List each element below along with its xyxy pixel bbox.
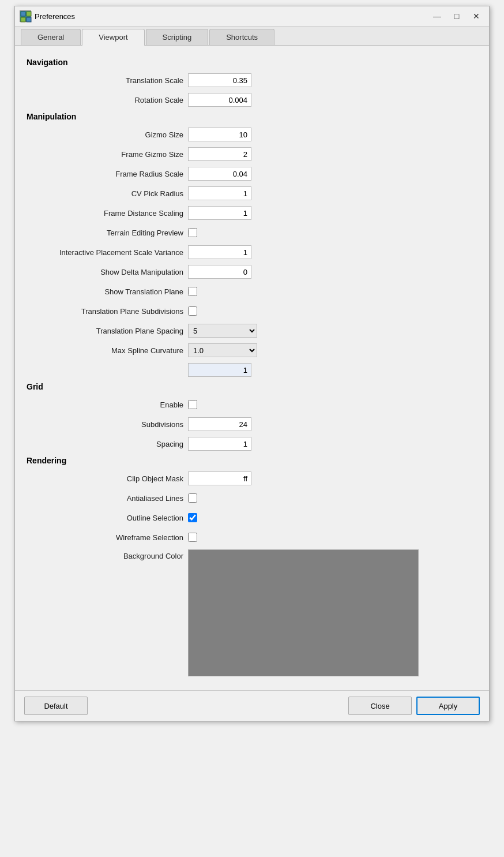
interactive-placement-scale-row: Show Delta Manipulation <box>27 264 477 279</box>
grid-spacing-input[interactable] <box>188 437 251 451</box>
painting-brush-step-label: Interactive Placement Scale Variance <box>27 248 188 257</box>
cv-pick-radius-row: CV Pick Radius <box>27 186 477 201</box>
grid-spacing-row: Spacing <box>27 436 477 451</box>
antialiased-lines-row: Antialiased Lines <box>27 491 477 506</box>
gizmo-size-input[interactable] <box>188 128 251 141</box>
translation-scale-row: Translation Scale <box>27 73 477 88</box>
window-title: Preferences <box>35 12 426 21</box>
gizmo-size-row: Gizmo Size <box>27 127 477 142</box>
manipulation-section: Manipulation Gizmo Size Frame Gizmo Size… <box>27 112 477 377</box>
clip-object-mask-label: Clip Object Mask <box>27 474 188 483</box>
frame-distance-scaling-label: Frame Distance Scaling <box>27 209 188 218</box>
terrain-editing-preview-checkbox[interactable] <box>188 228 197 237</box>
rendering-title: Rendering <box>27 456 477 465</box>
show-translation-plane-label: Translation Plane Subdivisions <box>27 307 188 316</box>
painting-brush-step-input[interactable] <box>188 245 251 259</box>
frame-gizmo-size-row: Frame Gizmo Size <box>27 147 477 162</box>
wireframe-selection-row: Wireframe Selection <box>27 530 477 545</box>
preferences-window: Preferences — □ ✕ General Viewport Scrip… <box>14 6 490 721</box>
frame-radius-scale-label: Frame Radius Scale <box>27 170 188 178</box>
grid-title: Grid <box>27 382 477 391</box>
clip-object-mask-row: Clip Object Mask <box>27 471 477 486</box>
translation-plane-subdivisions-row: Translation Plane Spacing 5 1 2 3 4 6 8 … <box>27 323 477 338</box>
content-area: Navigation Translation Scale Rotation Sc… <box>15 46 489 690</box>
default-button[interactable]: Default <box>24 697 88 715</box>
outline-selection-checkbox[interactable] <box>188 513 197 522</box>
translation-plane-spacing-label: Max Spline Curvature <box>27 346 188 355</box>
wireframe-selection-label: Wireframe Selection <box>27 533 188 542</box>
background-color-row: Background Color <box>27 549 477 676</box>
show-translation-plane-checkbox[interactable] <box>188 306 197 316</box>
svg-rect-0 <box>21 12 25 16</box>
translation-plane-subdivisions-label: Translation Plane Spacing <box>27 327 188 335</box>
grid-subdivisions-input[interactable] <box>188 417 251 431</box>
grid-section: Grid Enable Subdivisions Spacing <box>27 382 477 451</box>
background-color-swatch[interactable] <box>188 549 419 676</box>
max-spline-curvature-row <box>27 362 477 377</box>
frame-radius-scale-input[interactable] <box>188 167 251 181</box>
minimize-button[interactable]: — <box>429 10 445 23</box>
grid-subdivisions-row: Subdivisions <box>27 417 477 432</box>
rotation-scale-input[interactable] <box>188 93 251 107</box>
wireframe-selection-checkbox[interactable] <box>188 533 197 542</box>
tab-shortcuts[interactable]: Shortcuts <box>209 29 274 45</box>
show-delta-manipulation-row: Show Translation Plane <box>27 284 477 299</box>
svg-rect-3 <box>27 17 31 22</box>
frame-gizmo-size-label: Frame Gizmo Size <box>27 150 188 159</box>
translation-scale-label: Translation Scale <box>27 76 188 85</box>
grid-enable-checkbox[interactable] <box>188 400 197 409</box>
svg-rect-2 <box>21 17 25 22</box>
tab-general[interactable]: General <box>21 29 81 45</box>
tabs-bar: General Viewport Scripting Shortcuts <box>15 27 489 46</box>
outline-selection-row: Outline Selection <box>27 510 477 525</box>
rotation-scale-label: Rotation Scale <box>27 96 188 104</box>
painting-brush-step-row: Interactive Placement Scale Variance <box>27 245 477 260</box>
maximize-button[interactable]: □ <box>449 10 465 23</box>
translation-scale-input[interactable] <box>188 73 251 87</box>
terrain-editing-preview-label: Terrain Editing Preview <box>27 229 188 237</box>
gizmo-size-label: Gizmo Size <box>27 130 188 139</box>
grid-enable-row: Enable <box>27 397 477 412</box>
cv-pick-radius-label: CV Pick Radius <box>27 189 188 198</box>
close-button[interactable]: ✕ <box>468 10 484 23</box>
antialiased-lines-checkbox[interactable] <box>188 493 197 503</box>
manipulation-title: Manipulation <box>27 112 477 121</box>
background-color-label: Background Color <box>27 549 188 560</box>
frame-radius-scale-row: Frame Radius Scale <box>27 166 477 181</box>
tab-scripting[interactable]: Scripting <box>146 29 209 45</box>
max-spline-curvature-input[interactable] <box>188 363 251 377</box>
navigation-section: Navigation Translation Scale Rotation Sc… <box>27 58 477 107</box>
apply-button[interactable]: Apply <box>416 697 480 715</box>
cv-pick-radius-input[interactable] <box>188 186 251 200</box>
terrain-editing-preview-row: Terrain Editing Preview <box>27 225 477 240</box>
interactive-placement-scale-input[interactable] <box>188 265 251 279</box>
tab-viewport[interactable]: Viewport <box>82 29 144 46</box>
svg-rect-1 <box>27 12 31 16</box>
grid-enable-label: Enable <box>27 401 188 409</box>
antialiased-lines-label: Antialiased Lines <box>27 494 188 503</box>
frame-distance-scaling-input[interactable] <box>188 206 251 220</box>
frame-distance-scaling-row: Frame Distance Scaling <box>27 205 477 220</box>
close-dialog-button[interactable]: Close <box>348 697 412 715</box>
rotation-scale-row: Rotation Scale <box>27 92 477 107</box>
navigation-title: Navigation <box>27 58 477 67</box>
outline-selection-label: Outline Selection <box>27 514 188 522</box>
rendering-section: Rendering Clip Object Mask Antialiased L… <box>27 456 477 676</box>
grid-subdivisions-label: Subdivisions <box>27 420 188 429</box>
show-delta-manipulation-checkbox[interactable] <box>188 287 197 296</box>
app-icon <box>20 10 31 22</box>
bottom-bar: Default Close Apply <box>15 690 489 721</box>
show-translation-plane-row: Translation Plane Subdivisions <box>27 304 477 319</box>
frame-gizmo-size-input[interactable] <box>188 147 251 161</box>
grid-spacing-label: Spacing <box>27 440 188 448</box>
titlebar: Preferences — □ ✕ <box>15 6 489 27</box>
show-delta-manipulation-label: Show Translation Plane <box>27 287 188 296</box>
interactive-placement-scale-label: Show Delta Manipulation <box>27 268 188 276</box>
translation-plane-spacing-select[interactable]: 1.0 0.5 2.0 5.0 10.0 <box>188 343 257 357</box>
translation-plane-subdivisions-select[interactable]: 5 1 2 3 4 6 8 10 <box>188 324 257 338</box>
translation-plane-spacing-row: Max Spline Curvature 1.0 0.5 2.0 5.0 10.… <box>27 343 477 358</box>
clip-object-mask-input[interactable] <box>188 471 251 485</box>
